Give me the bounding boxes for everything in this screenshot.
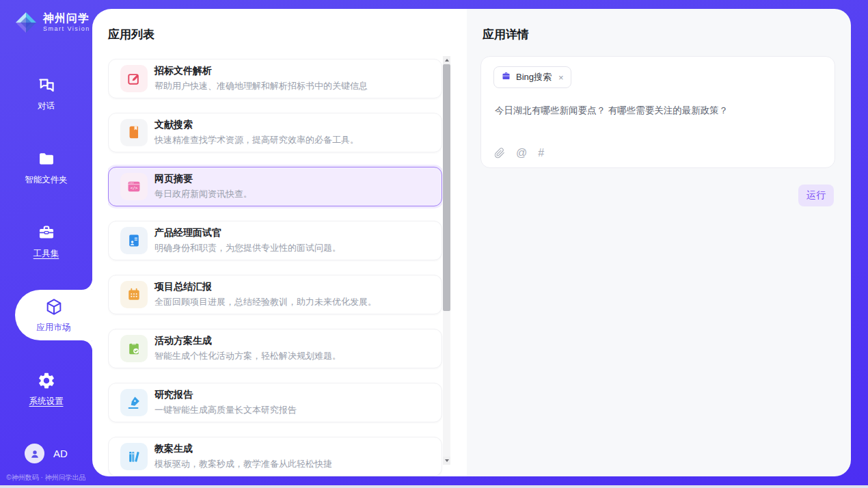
app-card[interactable]: </> 网页摘要 每日政府新闻资讯快查。 [108,167,442,206]
list-scrollbar[interactable] [443,56,450,465]
hash-icon[interactable]: # [538,148,544,159]
svg-text:</>: </> [131,185,138,190]
app-card[interactable]: 招标文件解析 帮助用户快速、准确地理解和解析招标书中的关键信息 [108,59,442,98]
user-account[interactable]: AD [0,444,92,463]
app-card-desc: 智能生成个性化活动方案，轻松解决规划难题。 [154,350,341,362]
app-card-title: 教案生成 [154,443,332,455]
app-card[interactable]: 文献搜索 快速精准查找学术资源，提高研究效率的必备工具。 [108,113,442,152]
run-button[interactable]: 运行 [798,185,834,206]
pen-report-icon [120,389,148,416]
app-detail-panel: 应用详情 Bing搜索 × 今日湖北有哪些新闻要点？ 有哪些需要关注的最新政策？… [467,9,851,476]
query-text[interactable]: 今日湖北有哪些新闻要点？ 有哪些需要关注的最新政策？ [495,104,821,118]
scroll-up-icon[interactable] [443,56,450,64]
scroll-down-icon[interactable] [443,457,450,465]
sidebar-item-chat[interactable]: 对话 [0,57,92,131]
brand-logo: 神州问学 Smart Vision [14,10,90,35]
folder-icon [37,150,56,169]
books-icon [120,443,148,470]
app-card-title: 网页摘要 [154,173,252,185]
sidebar-item-system-settings[interactable]: 系统设置 [0,352,92,426]
mention-icon[interactable]: @ [516,148,527,159]
sidebar: 神州问学 Smart Vision 对话 智能文件夹 工具集 应用市场 系统设置… [0,0,92,488]
diamond-logo-icon [14,10,38,35]
app-card[interactable]: 研究报告 一键智能生成高质量长文本研究报告 [108,383,442,422]
browser-code-icon: </> [120,173,148,200]
brand-name: 神州问学 [43,12,90,25]
scrollbar-thumb[interactable] [443,64,450,311]
clipboard-check-icon [120,335,148,362]
user-name: AD [53,448,68,459]
app-card-title: 产品经理面试官 [154,227,341,239]
brand-subtitle: Smart Vision [43,26,90,33]
app-card-title: 文献搜索 [154,119,359,131]
window-bottom-edge [0,485,868,488]
interview-doc-icon [120,227,148,254]
sidebar-item-app-market[interactable]: 应用市场 [15,290,92,340]
app-card[interactable]: 活动方案生成 智能生成个性化活动方案，轻松解决规划难题。 [108,329,442,368]
close-icon[interactable]: × [558,72,564,83]
app-card-desc: 模板驱动，教案秒成，教学准备从此轻松快捷 [154,458,332,470]
edit-note-icon [120,65,148,92]
calendar-note-icon [120,281,148,308]
gear-icon [37,371,56,390]
app-card-list: 招标文件解析 帮助用户快速、准确地理解和解析招标书中的关键信息 文献搜索 快速精… [108,59,442,476]
user-avatar [25,444,44,463]
chat-icon [37,76,56,95]
briefcase-icon [501,71,511,83]
app-card-desc: 明确身份和职责，为您提供专业性的面试问题。 [154,242,341,254]
cube-icon [44,297,64,316]
app-card-desc: 帮助用户快速、准确地理解和解析招标书中的关键信息 [154,80,368,92]
composer-toolbar: @ # [494,148,544,159]
app-card[interactable]: 项目总结汇报 全面回顾项目进展，总结经验教训，助力未来优化发展。 [108,275,442,314]
app-card[interactable]: 教案生成 模板驱动，教案秒成，教学准备从此轻松快捷 [108,437,442,476]
book-icon [120,119,148,146]
copyright-footer: ©神州数码 · 神州问学出品 [0,473,92,483]
app-card-desc: 一键智能生成高质量长文本研究报告 [154,404,297,416]
tool-tag-label: Bing搜索 [516,71,552,83]
app-detail-title: 应用详情 [483,27,529,42]
app-card-desc: 快速精准查找学术资源，提高研究效率的必备工具。 [154,134,359,146]
app-card-desc: 每日政府新闻资讯快查。 [154,188,252,200]
app-card-title: 招标文件解析 [154,65,368,77]
app-list-panel: 应用列表 招标文件解析 帮助用户快速、准确地理解和解析招标书中的关键信息 文献搜… [92,9,467,476]
app-card-title: 研究报告 [154,389,297,401]
app-card-desc: 全面回顾项目进展，总结经验教训，助力未来优化发展。 [154,296,377,308]
sidebar-nav: 对话 智能文件夹 工具集 应用市场 系统设置 [0,57,92,426]
paperclip-icon[interactable] [494,148,505,159]
app-card-title: 项目总结汇报 [154,281,377,293]
app-list-title: 应用列表 [108,27,154,42]
sidebar-item-toolset[interactable]: 工具集 [0,204,92,278]
sidebar-item-smart-folders[interactable]: 智能文件夹 [0,131,92,204]
app-card-title: 活动方案生成 [154,335,341,347]
tool-tag-bing-search[interactable]: Bing搜索 × [493,66,571,88]
toolbox-icon [37,223,56,243]
query-composer[interactable]: Bing搜索 × 今日湖北有哪些新闻要点？ 有哪些需要关注的最新政策？ @ # [480,56,835,168]
app-card[interactable]: 产品经理面试官 明确身份和职责，为您提供专业性的面试问题。 [108,221,442,260]
